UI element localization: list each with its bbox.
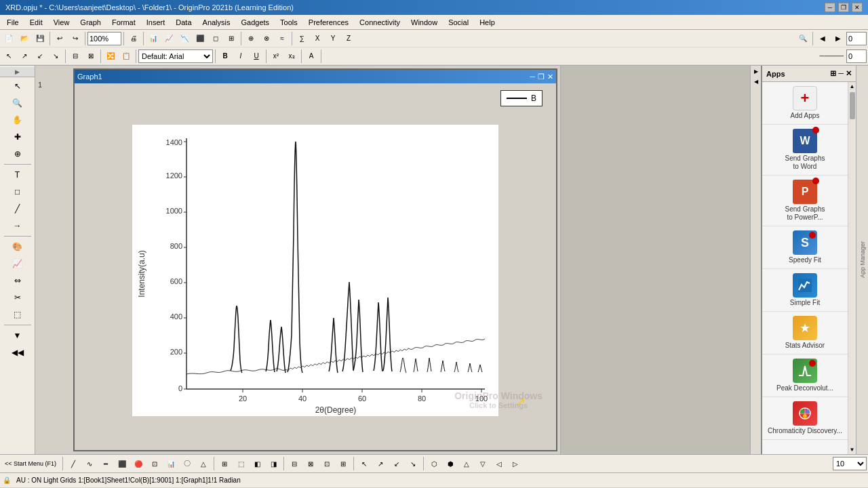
bt-b25[interactable]: ▽: [475, 456, 490, 471]
new-button[interactable]: 📄: [1, 31, 16, 46]
bt-b2[interactable]: ∿: [82, 456, 97, 471]
bt-b15[interactable]: ⊠: [303, 456, 318, 471]
bt-b13[interactable]: ◨: [266, 456, 281, 471]
close-button[interactable]: ✕: [852, 3, 863, 12]
scroll-up-btn[interactable]: ▲: [848, 82, 856, 91]
italic-button[interactable]: I: [233, 49, 248, 64]
bt-b4[interactable]: ⬛: [115, 456, 130, 471]
bt-b18[interactable]: ↖: [357, 456, 372, 471]
tb2-b7[interactable]: 🔀: [103, 49, 118, 64]
tb-extra1[interactable]: ◀: [815, 31, 830, 46]
line-size-input[interactable]: [846, 49, 867, 63]
menu-format[interactable]: Format: [106, 17, 141, 28]
graph-close[interactable]: ✕: [547, 73, 553, 81]
bt-b6[interactable]: ⊡: [147, 456, 162, 471]
zoom-input[interactable]: [87, 32, 121, 45]
save-button[interactable]: 💾: [33, 31, 47, 46]
bt-b10[interactable]: ⊞: [217, 456, 232, 471]
menu-data[interactable]: Data: [170, 17, 197, 28]
pointer-tool[interactable]: ↖: [2, 78, 33, 94]
bt-b17[interactable]: ⊞: [336, 456, 351, 471]
menu-preferences[interactable]: Preferences: [303, 17, 354, 28]
pan-tool[interactable]: ✋: [2, 112, 33, 128]
print-button[interactable]: 🖨: [126, 31, 141, 46]
mask-tool[interactable]: ✂: [2, 289, 33, 306]
tb-b8[interactable]: ⊗: [259, 31, 274, 46]
tb-b1[interactable]: 📊: [146, 31, 161, 46]
bt-b9[interactable]: △: [196, 456, 211, 471]
underline-button[interactable]: U: [249, 49, 264, 64]
bt-b11[interactable]: ⬚: [233, 456, 248, 471]
menu-social[interactable]: Social: [443, 17, 474, 28]
tb-b4[interactable]: ⬛: [193, 31, 208, 46]
page-num-input[interactable]: [846, 32, 867, 45]
menu-analysis[interactable]: Analysis: [197, 17, 236, 28]
text-tool[interactable]: T: [2, 167, 33, 183]
scale-tool[interactable]: ⇔: [2, 272, 33, 289]
menu-gadgets[interactable]: Gadgets: [236, 17, 275, 28]
tb2-b6[interactable]: ⊠: [83, 49, 98, 64]
bold-button[interactable]: B: [218, 49, 233, 64]
app-send-word[interactable]: W Send Graphsto Word: [762, 125, 848, 176]
start-menu-btn[interactable]: << Start Menu (F1): [1, 456, 60, 471]
bt-b23[interactable]: ⬢: [443, 456, 458, 471]
tb-b7[interactable]: ⊕: [243, 31, 258, 46]
size-select[interactable]: 10: [833, 457, 867, 470]
bt-b3[interactable]: ━: [98, 456, 113, 471]
tb2-b1[interactable]: ↖: [1, 49, 16, 64]
graph-window[interactable]: Graph1 ─ ❐ ✕ B: [73, 68, 557, 451]
redo-button[interactable]: ↪: [68, 31, 83, 46]
app-speedy-fit[interactable]: S Speedy Fit: [762, 226, 848, 269]
scroll-down-btn[interactable]: ▼: [848, 445, 856, 454]
tb2-line[interactable]: ─────: [818, 49, 846, 64]
bt-b12[interactable]: ◧: [250, 456, 264, 471]
tb-b3[interactable]: 📉: [177, 31, 192, 46]
bt-b8[interactable]: 〇: [180, 456, 195, 471]
bt-b19[interactable]: ↗: [373, 456, 388, 471]
tb2-b2[interactable]: ↗: [17, 49, 32, 64]
bt-b21[interactable]: ↘: [406, 456, 420, 471]
menu-help[interactable]: Help: [474, 17, 500, 28]
open-button[interactable]: 📂: [17, 31, 32, 46]
menu-insert[interactable]: Insert: [141, 17, 171, 28]
rt-btn-2[interactable]: ◀: [753, 77, 760, 86]
app-peak-deconv[interactable]: Peak Deconvolut...: [762, 354, 848, 397]
tb-b13[interactable]: Z: [341, 31, 356, 46]
app-send-ppt[interactable]: P Send Graphsto PowerP...: [762, 176, 848, 226]
shape-tool[interactable]: □: [2, 184, 33, 200]
tb2-b3[interactable]: ↙: [33, 49, 47, 64]
menu-view[interactable]: View: [48, 17, 75, 28]
tb-b10[interactable]: ∑: [294, 31, 309, 46]
menu-window[interactable]: Window: [406, 17, 443, 28]
menu-graph[interactable]: Graph: [75, 17, 106, 28]
tb-b2[interactable]: 📈: [161, 31, 176, 46]
font-color-button[interactable]: A: [304, 49, 319, 64]
bt-b22[interactable]: ⬡: [427, 456, 441, 471]
tb-b6[interactable]: ⊞: [224, 31, 239, 46]
tb-b9[interactable]: ≈: [275, 31, 290, 46]
superscript-button[interactable]: x²: [269, 49, 283, 64]
tb-search[interactable]: 🔍: [795, 31, 810, 46]
subscript-button[interactable]: x₂: [284, 49, 299, 64]
more-tools[interactable]: ▼: [2, 327, 33, 344]
app-simple-fit[interactable]: Simple Fit: [762, 269, 848, 312]
apps-expand-icon[interactable]: ⊞: [830, 69, 836, 78]
restore-button[interactable]: ❐: [838, 3, 849, 12]
bt-b1[interactable]: ╱: [66, 456, 81, 471]
tb-b5[interactable]: ◻: [208, 31, 223, 46]
bt-b16[interactable]: ⊡: [319, 456, 334, 471]
app-stats-advisor[interactable]: ★ Stats Advisor: [762, 312, 848, 354]
line-tool[interactable]: ╱: [2, 201, 33, 217]
bt-b5[interactable]: 🔴: [131, 456, 146, 471]
bt-b20[interactable]: ↙: [389, 456, 404, 471]
bt-b14[interactable]: ⊟: [287, 456, 302, 471]
menu-edit[interactable]: Edit: [24, 17, 48, 28]
tb2-b5[interactable]: ⊟: [68, 49, 83, 64]
graph-minimize[interactable]: ─: [530, 73, 535, 81]
app-add-apps[interactable]: + Add Apps: [762, 82, 848, 125]
apps-scrollbar[interactable]: ▲ ▼: [848, 82, 856, 454]
apps-minimize-icon[interactable]: ─: [838, 69, 844, 78]
crosshair-tool[interactable]: ✚: [2, 129, 33, 145]
rt-btn-1[interactable]: ▶: [753, 67, 760, 76]
bt-b27[interactable]: ▷: [508, 456, 523, 471]
